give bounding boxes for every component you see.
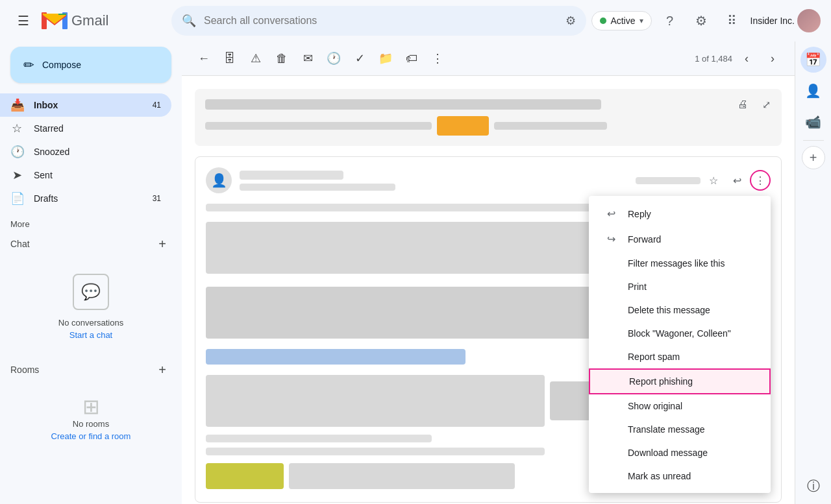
mark-unread-button[interactable]: ✉ <box>296 47 319 70</box>
body-line-3 <box>206 448 545 455</box>
email-header-actions: 🖨 ⤢ <box>732 94 776 115</box>
folder-icon: 📁 <box>378 51 393 66</box>
topbar-left: ☰ Gmail <box>10 8 166 34</box>
help-icon: ? <box>666 14 673 29</box>
back-button[interactable]: ← <box>192 47 216 70</box>
reply-icon: ↩ <box>604 208 617 220</box>
start-chat-link[interactable]: Start a chat <box>69 330 112 340</box>
drafts-icon: 📄 <box>10 191 23 206</box>
snoozed-icon: 🕐 <box>10 145 23 159</box>
hamburger-button[interactable]: ☰ <box>10 8 36 34</box>
delete-label: Delete this message <box>628 305 710 315</box>
sidebar-item-snoozed[interactable]: 🕐 Snoozed <box>0 140 171 163</box>
sidebar-item-inbox[interactable]: 📥 Inbox 41 <box>0 93 171 117</box>
more-options-button[interactable]: ⋮ <box>426 47 449 70</box>
inbox-icon: 📥 <box>10 98 23 112</box>
search-bar: 🔍 ⚙ <box>171 6 586 36</box>
dropdown-item-original[interactable]: Show original <box>589 394 771 418</box>
add-room-button[interactable]: + <box>153 361 171 379</box>
delete-button[interactable]: 🗑 <box>270 47 293 70</box>
download-label: Download message <box>628 448 708 458</box>
reply-label: Reply <box>628 209 651 219</box>
move-to-button[interactable]: 📁 <box>374 47 397 70</box>
forward-label: Forward <box>628 234 661 245</box>
search-options-icon[interactable]: ⚙ <box>565 14 576 28</box>
dropdown-item-filter[interactable]: Filter messages like this <box>589 252 771 275</box>
more-vert-icon: ⋮ <box>432 51 443 66</box>
drafts-badge: 31 <box>153 194 161 203</box>
dropdown-item-forward[interactable]: ↪Forward <box>589 226 771 252</box>
filter-label: Filter messages like this <box>628 258 725 269</box>
open-in-new-button[interactable]: ⤢ <box>756 94 776 115</box>
dropdown-item-translate[interactable]: Translate message <box>589 418 771 441</box>
search-input[interactable] <box>204 15 558 27</box>
add-chat-button[interactable]: + <box>153 235 171 253</box>
dropdown-item-delete[interactable]: Delete this message <box>589 298 771 322</box>
sidebar-item-drafts[interactable]: 📄 Drafts 31 <box>0 187 171 210</box>
block-label: Block "Wagoner, Colleen" <box>628 328 731 339</box>
settings-button[interactable]: ⚙ <box>688 8 714 34</box>
forward-icon: ↪ <box>604 233 617 245</box>
add-icon: + <box>810 150 817 165</box>
next-arrow-icon: › <box>771 52 775 66</box>
sidebar-item-sent[interactable]: ➤ Sent <box>0 163 171 187</box>
starred-icon: ☆ <box>10 121 23 136</box>
blurred-line-1 <box>205 122 432 130</box>
add-task-button[interactable]: ✓ <box>348 47 371 70</box>
avatar[interactable] <box>797 9 821 32</box>
info-panel-button[interactable]: ⓘ <box>800 473 826 499</box>
dropdown-item-phishing[interactable]: Report phishing <box>589 368 771 394</box>
gmail-wordmark: Gmail <box>71 12 108 29</box>
more-message-options-button[interactable]: ⋮ <box>750 170 771 191</box>
compose-pencil-icon: ✏ <box>23 57 34 73</box>
inbox-label: Inbox <box>34 100 142 110</box>
help-button[interactable]: ? <box>657 8 683 34</box>
print-button[interactable]: 🖨 <box>732 94 753 115</box>
compose-button[interactable]: ✏ Compose <box>10 47 171 83</box>
meet-panel-button[interactable]: 📹 <box>800 109 826 135</box>
dropdown-item-print[interactable]: Print <box>589 275 771 298</box>
search-icon: 🔍 <box>182 14 196 28</box>
body-line-2 <box>206 435 432 442</box>
dropdown-item-download[interactable]: Download message <box>589 441 771 464</box>
calendar-panel-button[interactable]: 📅 <box>800 47 826 73</box>
spam-button[interactable]: ⚠ <box>244 47 267 70</box>
sidebar-item-starred[interactable]: ☆ Starred <box>0 117 171 140</box>
reply-icon: ↩ <box>733 174 741 187</box>
labels-button[interactable]: 🏷 <box>400 47 423 70</box>
gmail-logo: Gmail <box>42 11 108 30</box>
unread-label: Mark as unread <box>628 471 691 481</box>
snooze-button[interactable]: 🕐 <box>322 47 345 70</box>
open-external-icon: ⤢ <box>762 99 771 111</box>
sidebar: ✏ Compose 📥 Inbox 41 ☆ Starred 🕐 Snoozed… <box>0 42 182 504</box>
apps-button[interactable]: ⠿ <box>719 8 745 34</box>
back-arrow-icon: ← <box>198 52 210 66</box>
translate-label: Translate message <box>628 424 705 435</box>
right-panel: 📅 👤 📹 + ⓘ <box>795 42 831 504</box>
dropdown-item-spam[interactable]: Report spam <box>589 345 771 368</box>
add-panel-button[interactable]: + <box>802 146 825 169</box>
reply-quick-button[interactable]: ↩ <box>726 170 747 191</box>
prev-arrow-icon: ‹ <box>745 52 749 66</box>
rooms-section-header: Rooms + <box>0 355 182 384</box>
chat-empty-icon-wrap: 💬 <box>73 274 109 310</box>
sent-icon: ➤ <box>10 168 23 182</box>
spam-label: Report spam <box>628 352 680 362</box>
contacts-panel-button[interactable]: 👤 <box>800 78 826 104</box>
contacts-icon: 👤 <box>805 83 821 99</box>
archive-button[interactable]: 🗄 <box>218 47 242 70</box>
active-status-button[interactable]: Active ▾ <box>591 11 651 30</box>
star-button[interactable]: ☆ <box>703 170 724 191</box>
next-email-button[interactable]: › <box>761 47 784 70</box>
yellow-highlight-block <box>437 116 489 136</box>
dropdown-item-reply[interactable]: ↩Reply <box>589 201 771 226</box>
dropdown-item-block[interactable]: Block "Wagoner, Colleen" <box>589 322 771 345</box>
find-room-link[interactable]: Create or find a room <box>51 431 131 441</box>
trash-icon: 🗑 <box>276 52 288 66</box>
prev-email-button[interactable]: ‹ <box>735 47 758 70</box>
chevron-down-icon: ▾ <box>639 16 643 25</box>
more-label[interactable]: More <box>10 219 30 229</box>
email-message: 👤 ☆ ↩ ⋮ <box>195 156 782 503</box>
blurred-row <box>205 116 771 136</box>
dropdown-item-unread[interactable]: Mark as unread <box>589 464 771 488</box>
